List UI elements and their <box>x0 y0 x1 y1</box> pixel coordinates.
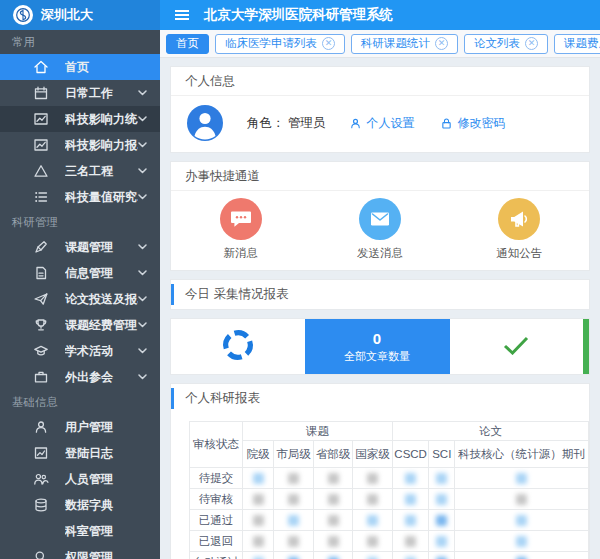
sub-col-header: 省部级 <box>313 441 353 468</box>
sidebar-item-project-mgmt[interactable]: 课题管理 <box>0 234 160 260</box>
sidebar-item-permission-mgmt[interactable]: 权限管理 <box>0 544 160 559</box>
sidebar-item-login-log[interactable]: 登陆日志 <box>0 440 160 466</box>
table-cell <box>353 510 393 531</box>
chart-icon <box>33 111 49 127</box>
document-icon <box>33 265 49 281</box>
blurred-value <box>516 494 527 505</box>
table-row: 已退回 <box>190 531 589 552</box>
table-cell <box>274 468 314 489</box>
blurred-value <box>367 536 378 547</box>
sidebar-item-tech-influence-report[interactable]: 科技影响力报... <box>0 132 160 158</box>
role-value: 管理员 <box>288 116 326 130</box>
blurred-value <box>405 473 416 484</box>
tab-close-icon[interactable]: ✕ <box>435 37 448 50</box>
research-report-table: 审核状态课题论文院级市局级省部级国家级CSCDSCI科技核心（统计源）期刊待提交… <box>189 421 589 559</box>
tab-label: 论文列表 <box>474 36 520 51</box>
tab-clinical-apply-list[interactable]: 临床医学申请列表✕ <box>215 34 345 54</box>
chevron-down-icon <box>138 142 147 148</box>
sidebar-item-label: 权限管理 <box>65 549 160 559</box>
sub-col-header: SCI <box>429 441 455 468</box>
today-report-stats-row: 0 全部文章数量 <box>170 318 590 375</box>
hamburger-icon[interactable] <box>174 9 190 21</box>
sub-col-header: CSCD <box>392 441 429 468</box>
sidebar-section-label: 基础信息 <box>0 390 160 414</box>
content-area: 首页临床医学申请列表✕科研课题统计✕论文列表✕课题费用报表✕用户列表✕ 个人信息… <box>160 30 600 559</box>
calendar-icon <box>33 85 49 101</box>
blurred-value <box>516 515 527 526</box>
panels: 个人信息 角色： 管理员 个人设置修改密码 <box>160 58 600 559</box>
channel-label: 通知公告 <box>496 246 542 261</box>
table-row: 待审核 <box>190 489 589 510</box>
chevron-down-icon <box>138 296 147 302</box>
logo-text: 深圳北大 <box>41 6 93 24</box>
tab-paper-list[interactable]: 论文列表✕ <box>464 34 548 54</box>
sidebar-item-label: 科技影响力统... <box>65 111 138 128</box>
sidebar-item-academic-activity[interactable]: 学术活动 <box>0 338 160 364</box>
sidebar-item-data-dictionary[interactable]: 数据字典 <box>0 492 160 518</box>
main-area: 常用首页日常工作科技影响力统...科技影响力报...三名工程科技量值研究...科… <box>0 30 600 559</box>
personal-info-body: 角色： 管理员 个人设置修改密码 <box>171 96 589 152</box>
sidebar-item-daily-work[interactable]: 日常工作 <box>0 80 160 106</box>
sidebar-item-personnel-mgmt[interactable]: 人员管理 <box>0 466 160 492</box>
sidebar-item-department-mgmt[interactable]: 科室管理 <box>0 518 160 544</box>
sidebar-item-tech-influence-stats[interactable]: 科技影响力统... <box>0 106 160 132</box>
sidebar-item-label: 日常工作 <box>65 85 138 102</box>
sub-col-header: 市局级 <box>274 441 314 468</box>
sidebar-item-label: 课题经费管理 <box>65 317 138 334</box>
chevron-down-icon <box>138 90 147 96</box>
personal-settings-link[interactable]: 个人设置 <box>349 115 414 132</box>
tab-close-icon[interactable]: ✕ <box>525 37 538 50</box>
research-report-title: 个人科研报表 <box>171 384 589 413</box>
table-cell <box>455 510 589 531</box>
table-cell <box>392 510 429 531</box>
blurred-value <box>405 536 416 547</box>
personal-info-title: 个人信息 <box>171 67 589 96</box>
channel-label: 新消息 <box>223 246 258 261</box>
sidebar-item-user-mgmt[interactable]: 用户管理 <box>0 414 160 440</box>
link-label: 修改密码 <box>457 115 505 132</box>
trophy-icon <box>33 317 49 333</box>
chevron-down-icon <box>138 194 147 200</box>
sidebar-item-label: 科技量值研究... <box>65 189 138 206</box>
tab-research-project-stats[interactable]: 科研课题统计✕ <box>351 34 458 54</box>
tab-home[interactable]: 首页 <box>166 34 209 54</box>
sidebar-item-outgoing-meeting[interactable]: 外出参会 <box>0 364 160 390</box>
row-label: 已通过 <box>190 510 243 531</box>
channel-new-message[interactable]: 新消息 <box>171 198 310 261</box>
quick-channels-body: 新消息发送消息通知公告 <box>171 191 589 270</box>
sidebar-item-label: 信息管理 <box>65 265 138 282</box>
channel-send-message[interactable]: 发送消息 <box>310 198 449 261</box>
table-cell <box>392 468 429 489</box>
table-cell <box>242 489 273 510</box>
sidebar-item-project-funds[interactable]: 课题经费管理 <box>0 312 160 338</box>
sidebar-item-info-mgmt[interactable]: 信息管理 <box>0 260 160 286</box>
tab-bar: 首页临床医学申请列表✕科研课题统计✕论文列表✕课题费用报表✕用户列表✕ <box>160 30 600 58</box>
sidebar-item-paper-submission[interactable]: 论文投送及报... <box>0 286 160 312</box>
table-cell <box>242 552 273 559</box>
table-row: 待提交 <box>190 468 589 489</box>
table-cell <box>429 468 455 489</box>
sidebar-item-label: 数据字典 <box>65 497 160 514</box>
tab-close-icon[interactable]: ✕ <box>322 37 335 50</box>
quick-channels-title: 办事快捷通道 <box>171 162 589 191</box>
tab-label: 课题费用报表 <box>564 36 600 51</box>
table-row: 自动通过 <box>190 552 589 559</box>
sidebar-item-home[interactable]: 首页 <box>0 54 160 80</box>
sub-col-header: 科技核心（统计源）期刊 <box>455 441 589 468</box>
change-password-link[interactable]: 修改密码 <box>440 115 505 132</box>
panel-title: 今日 采集情况报表 <box>185 287 288 301</box>
channel-notice[interactable]: 通知公告 <box>450 198 589 261</box>
sidebar-item-tech-value-research[interactable]: 科技量值研究... <box>0 184 160 210</box>
mail-icon <box>359 198 401 240</box>
tab-label: 临床医学申请列表 <box>225 36 317 51</box>
sidebar-item-label: 三名工程 <box>65 163 138 180</box>
logo: 深圳北大 <box>0 0 160 30</box>
tab-project-fee-report[interactable]: 课题费用报表✕ <box>554 34 600 54</box>
sub-col-header: 国家级 <box>353 441 393 468</box>
chevron-down-icon <box>138 244 147 250</box>
stat-card-total-articles[interactable]: 0 全部文章数量 <box>305 319 450 374</box>
search-icon <box>33 549 49 559</box>
blurred-value <box>516 473 527 484</box>
sidebar-item-three-top-project[interactable]: 三名工程 <box>0 158 160 184</box>
blurred-value <box>367 515 378 526</box>
